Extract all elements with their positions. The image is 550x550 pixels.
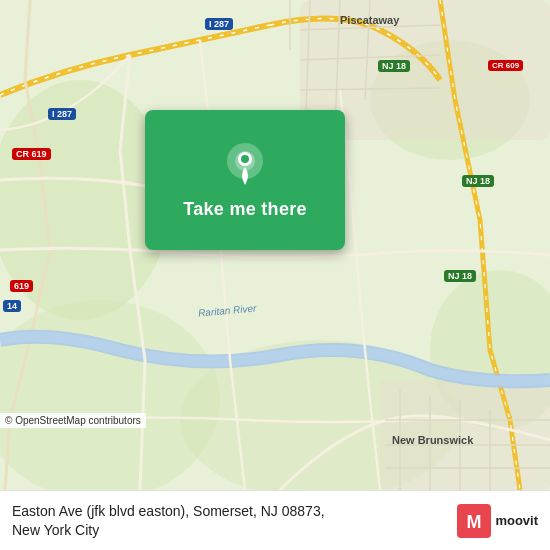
- moovit-logo: M moovit: [457, 504, 538, 538]
- shield-i287-left: I 287: [48, 108, 76, 120]
- address-text: Easton Ave (jfk blvd easton), Somerset, …: [12, 502, 457, 538]
- new-brunswick-label: New Brunswick: [392, 434, 473, 446]
- shield-nj18-mid: NJ 18: [462, 175, 494, 187]
- moovit-m-icon: M: [457, 504, 491, 538]
- bottom-bar: Easton Ave (jfk blvd easton), Somerset, …: [0, 490, 550, 550]
- shield-nj18-bot: NJ 18: [444, 270, 476, 282]
- svg-point-25: [241, 155, 249, 163]
- osm-attribution: © OpenStreetMap contributors: [0, 413, 146, 428]
- svg-text:M: M: [467, 512, 482, 532]
- piscataway-label: Piscataway: [340, 14, 399, 26]
- shield-nj18-top: NJ 18: [378, 60, 410, 72]
- shield-i287-top: I 287: [205, 18, 233, 30]
- moovit-text: moovit: [495, 513, 538, 528]
- take-me-there-button[interactable]: Take me there: [145, 110, 345, 250]
- shield-14: 14: [3, 300, 21, 312]
- map-container: I 287 I 287 NJ 18 NJ 18 NJ 18 CR 619 619…: [0, 0, 550, 490]
- shield-cr609: CR 609: [488, 60, 523, 71]
- shield-cr619: CR 619: [12, 148, 51, 160]
- shield-619: 619: [10, 280, 33, 292]
- cta-label: Take me there: [183, 199, 307, 220]
- location-pin-icon: [221, 141, 269, 189]
